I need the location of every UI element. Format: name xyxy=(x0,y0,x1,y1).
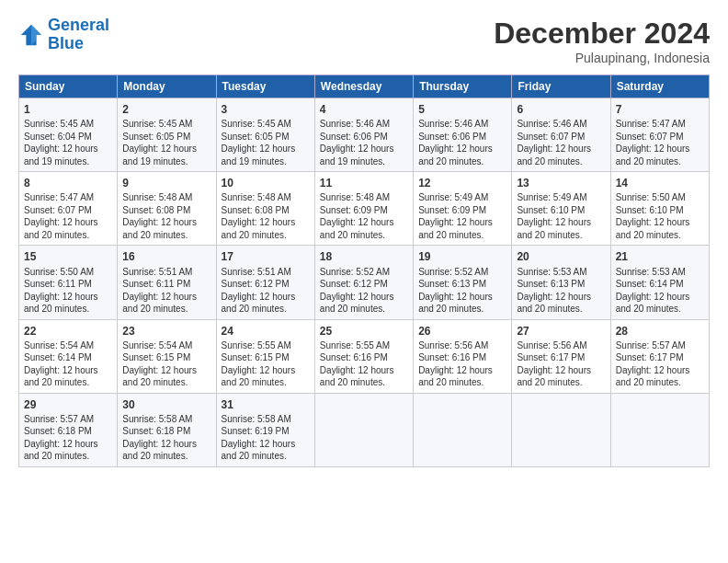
day-number: 22 xyxy=(24,324,112,339)
col-header-tuesday: Tuesday xyxy=(216,75,314,98)
day-info-line: and 20 minutes. xyxy=(517,303,605,316)
calendar-table: SundayMondayTuesdayWednesdayThursdayFrid… xyxy=(18,75,710,467)
day-info-line: Sunset: 6:16 PM xyxy=(418,351,506,364)
day-info-line: Sunrise: 5:51 AM xyxy=(122,266,210,279)
calendar-cell: 8Sunrise: 5:47 AMSunset: 6:07 PMDaylight… xyxy=(19,172,118,246)
day-number: 13 xyxy=(517,176,605,190)
day-info-line: Sunrise: 5:48 AM xyxy=(320,191,408,204)
logo-text: General Blue xyxy=(48,17,109,53)
day-info-line: Daylight: 12 hours xyxy=(418,364,506,377)
day-number: 27 xyxy=(517,324,605,339)
day-info-line: Sunrise: 5:54 AM xyxy=(122,339,210,352)
day-info-line: Sunrise: 5:58 AM xyxy=(222,413,310,426)
day-info-line: Daylight: 12 hours xyxy=(222,291,310,304)
day-info-line: Daylight: 12 hours xyxy=(122,143,210,155)
day-info-line: Daylight: 12 hours xyxy=(320,216,408,229)
week-row-1: 1Sunrise: 5:45 AMSunset: 6:04 PMDaylight… xyxy=(19,98,710,172)
day-info-line: and 19 minutes. xyxy=(320,155,408,168)
calendar-cell: 5Sunrise: 5:46 AMSunset: 6:06 PMDaylight… xyxy=(414,98,512,172)
day-info-line: Sunset: 6:09 PM xyxy=(418,204,506,217)
day-info-line: and 20 minutes. xyxy=(320,376,408,389)
day-info-line: Sunset: 6:15 PM xyxy=(122,351,210,364)
calendar-cell: 10Sunrise: 5:48 AMSunset: 6:08 PMDayligh… xyxy=(216,172,314,246)
day-info-line: Sunset: 6:14 PM xyxy=(616,278,704,291)
day-info-line: Sunset: 6:17 PM xyxy=(616,351,704,364)
day-info-line: and 20 minutes. xyxy=(320,229,408,242)
day-info-line: and 20 minutes. xyxy=(418,155,506,168)
day-info-line: Sunset: 6:08 PM xyxy=(222,204,310,217)
page: General Blue December 2024 Pulaupinang, … xyxy=(0,0,728,477)
day-info-line: and 20 minutes. xyxy=(24,376,112,389)
day-info-line: Daylight: 12 hours xyxy=(24,364,112,377)
day-number: 25 xyxy=(320,324,408,339)
week-row-3: 15Sunrise: 5:50 AMSunset: 6:11 PMDayligh… xyxy=(19,246,710,319)
day-number: 26 xyxy=(418,324,506,339)
day-info-line: Sunrise: 5:51 AM xyxy=(222,266,310,279)
calendar-cell: 29Sunrise: 5:57 AMSunset: 6:18 PMDayligh… xyxy=(19,393,118,466)
day-info-line: Sunset: 6:10 PM xyxy=(616,204,704,217)
calendar-cell: 20Sunrise: 5:53 AMSunset: 6:13 PMDayligh… xyxy=(512,246,610,319)
day-info-line: Sunrise: 5:50 AM xyxy=(24,266,112,279)
day-info-line: Daylight: 12 hours xyxy=(517,143,605,155)
day-info-line: Sunset: 6:16 PM xyxy=(320,351,408,364)
day-info-line: Sunset: 6:18 PM xyxy=(122,425,210,438)
day-info-line: Sunset: 6:15 PM xyxy=(222,351,310,364)
day-info-line: Sunrise: 5:54 AM xyxy=(24,339,112,352)
day-info-line: Sunrise: 5:49 AM xyxy=(418,191,506,204)
day-info-line: and 20 minutes. xyxy=(222,450,310,463)
header-row: SundayMondayTuesdayWednesdayThursdayFrid… xyxy=(19,75,710,98)
day-info-line: Sunset: 6:17 PM xyxy=(517,351,605,364)
day-info-line: and 20 minutes. xyxy=(122,450,210,463)
day-info-line: Daylight: 12 hours xyxy=(122,216,210,229)
day-number: 1 xyxy=(24,102,112,117)
day-info-line: Sunrise: 5:47 AM xyxy=(616,118,704,131)
day-info-line: and 19 minutes. xyxy=(122,155,210,168)
day-info-line: Daylight: 12 hours xyxy=(616,216,704,229)
calendar-cell: 27Sunrise: 5:56 AMSunset: 6:17 PMDayligh… xyxy=(512,319,610,393)
day-info-line: Daylight: 12 hours xyxy=(616,143,704,155)
calendar-cell: 21Sunrise: 5:53 AMSunset: 6:14 PMDayligh… xyxy=(610,246,709,319)
day-info-line: and 20 minutes. xyxy=(418,303,506,316)
day-info-line: Sunset: 6:06 PM xyxy=(418,131,506,144)
day-info-line: and 20 minutes. xyxy=(517,229,605,242)
day-info-line: Daylight: 12 hours xyxy=(122,438,210,451)
day-info-line: and 20 minutes. xyxy=(24,450,112,463)
logo-line1: General xyxy=(48,16,109,34)
day-number: 15 xyxy=(24,249,112,264)
day-info-line: and 20 minutes. xyxy=(24,303,112,316)
day-info-line: Sunrise: 5:58 AM xyxy=(122,413,210,426)
day-info-line: Sunset: 6:04 PM xyxy=(24,131,112,144)
col-header-monday: Monday xyxy=(118,75,216,98)
day-info-line: Daylight: 12 hours xyxy=(320,143,408,155)
day-info-line: Sunrise: 5:45 AM xyxy=(122,118,210,131)
calendar-cell xyxy=(414,393,512,466)
day-info-line: Daylight: 12 hours xyxy=(122,291,210,304)
calendar-cell: 23Sunrise: 5:54 AMSunset: 6:15 PMDayligh… xyxy=(118,319,216,393)
day-number: 2 xyxy=(122,102,210,117)
day-info-line: Sunset: 6:10 PM xyxy=(517,204,605,217)
calendar-cell: 1Sunrise: 5:45 AMSunset: 6:04 PMDaylight… xyxy=(19,98,118,172)
calendar-cell: 19Sunrise: 5:52 AMSunset: 6:13 PMDayligh… xyxy=(414,246,512,319)
day-info-line: Daylight: 12 hours xyxy=(24,438,112,451)
day-info-line: Sunset: 6:19 PM xyxy=(222,425,310,438)
day-number: 6 xyxy=(517,102,605,117)
day-info-line: Daylight: 12 hours xyxy=(24,143,112,155)
day-info-line: Daylight: 12 hours xyxy=(517,364,605,377)
day-number: 21 xyxy=(616,249,704,264)
day-info-line: Sunset: 6:07 PM xyxy=(616,131,704,144)
day-info-line: Daylight: 12 hours xyxy=(222,438,310,451)
calendar-cell: 16Sunrise: 5:51 AMSunset: 6:11 PMDayligh… xyxy=(118,246,216,319)
calendar-cell xyxy=(314,393,413,466)
calendar-cell: 14Sunrise: 5:50 AMSunset: 6:10 PMDayligh… xyxy=(610,172,709,246)
day-info-line: Sunrise: 5:55 AM xyxy=(320,339,408,352)
calendar-cell: 18Sunrise: 5:52 AMSunset: 6:12 PMDayligh… xyxy=(314,246,413,319)
day-info-line: and 20 minutes. xyxy=(122,303,210,316)
day-info-line: Sunrise: 5:57 AM xyxy=(616,339,704,352)
calendar-cell: 30Sunrise: 5:58 AMSunset: 6:18 PMDayligh… xyxy=(118,393,216,466)
calendar-cell: 28Sunrise: 5:57 AMSunset: 6:17 PMDayligh… xyxy=(610,319,709,393)
day-info-line: Sunrise: 5:52 AM xyxy=(418,266,506,279)
day-info-line: and 20 minutes. xyxy=(616,155,704,168)
day-info-line: Sunset: 6:07 PM xyxy=(517,131,605,144)
day-info-line: Sunrise: 5:46 AM xyxy=(517,118,605,131)
day-info-line: Daylight: 12 hours xyxy=(24,216,112,229)
